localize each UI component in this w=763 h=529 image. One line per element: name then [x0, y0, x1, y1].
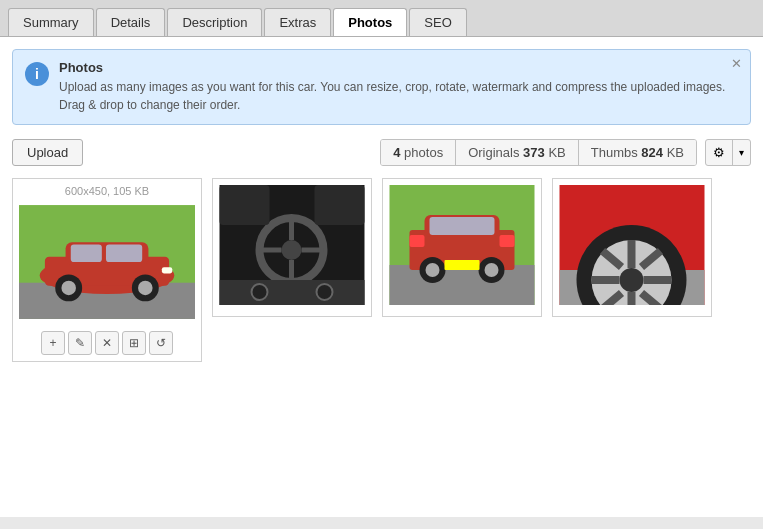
gear-button[interactable]: ⚙ ▾	[705, 139, 751, 166]
photo-card-3	[552, 178, 712, 317]
rotate-photo-button[interactable]: ↺	[149, 331, 173, 355]
photo-card-1	[212, 178, 372, 317]
svg-rect-11	[162, 267, 172, 273]
svg-point-40	[620, 268, 644, 292]
svg-rect-5	[71, 244, 102, 262]
svg-rect-29	[410, 235, 425, 247]
svg-rect-19	[220, 280, 365, 305]
stats-group: 4 photos Originals 373 KB Thumbs 824 KB	[380, 139, 697, 166]
add-photo-button[interactable]: +	[41, 331, 65, 355]
photo-card-0: 600x450, 105 KB	[12, 178, 202, 362]
svg-rect-25	[390, 265, 535, 305]
gear-icon: ⚙	[706, 140, 733, 165]
tab-bar: Summary Details Description Extras Photo…	[0, 0, 763, 37]
photos-grid: 600x450, 105 KB	[12, 178, 751, 362]
crop-photo-button[interactable]: ⊞	[122, 331, 146, 355]
originals-stat: Originals 373 KB	[456, 140, 579, 165]
photo-card-2	[382, 178, 542, 317]
info-text: Photos Upload as many images as you want…	[59, 60, 738, 114]
toolbar: Upload 4 photos Originals 373 KB Thumbs …	[12, 139, 751, 166]
info-close-button[interactable]: ✕	[731, 56, 742, 71]
tab-seo[interactable]: SEO	[409, 8, 466, 36]
svg-rect-6	[106, 244, 142, 262]
svg-point-8	[61, 281, 75, 295]
svg-rect-30	[500, 235, 515, 247]
info-title: Photos	[59, 60, 738, 75]
tab-extras[interactable]: Extras	[264, 8, 331, 36]
upload-button[interactable]: Upload	[12, 139, 83, 166]
svg-point-10	[138, 281, 152, 295]
info-body: Upload as many images as you want for th…	[59, 78, 738, 114]
tab-summary[interactable]: Summary	[8, 8, 94, 36]
photo-image-0	[19, 202, 195, 322]
photo-image-2	[389, 185, 535, 305]
svg-rect-35	[445, 260, 480, 270]
svg-rect-23	[315, 185, 365, 225]
photo-count-stat: 4 photos	[381, 140, 456, 165]
tab-photos[interactable]: Photos	[333, 8, 407, 36]
svg-point-34	[485, 263, 499, 277]
tab-details[interactable]: Details	[96, 8, 166, 36]
chevron-down-icon: ▾	[733, 142, 750, 163]
photo-label-0: 600x450, 105 KB	[65, 185, 149, 197]
main-content: i Photos Upload as many images as you wa…	[0, 37, 763, 517]
delete-photo-button[interactable]: ✕	[95, 331, 119, 355]
svg-rect-22	[220, 185, 270, 225]
svg-point-14	[282, 240, 302, 260]
tab-description[interactable]: Description	[167, 8, 262, 36]
info-box: i Photos Upload as many images as you wa…	[12, 49, 751, 125]
info-icon: i	[25, 62, 49, 86]
edit-photo-button[interactable]: ✎	[68, 331, 92, 355]
svg-point-21	[317, 284, 333, 300]
photo-image-1	[219, 185, 365, 305]
svg-rect-28	[430, 217, 495, 235]
svg-point-32	[426, 263, 440, 277]
photo-image-3	[559, 185, 705, 305]
svg-point-20	[252, 284, 268, 300]
action-row-0: + ✎ ✕ ⊞ ↺	[41, 331, 173, 355]
thumbs-stat: Thumbs 824 KB	[579, 140, 696, 165]
